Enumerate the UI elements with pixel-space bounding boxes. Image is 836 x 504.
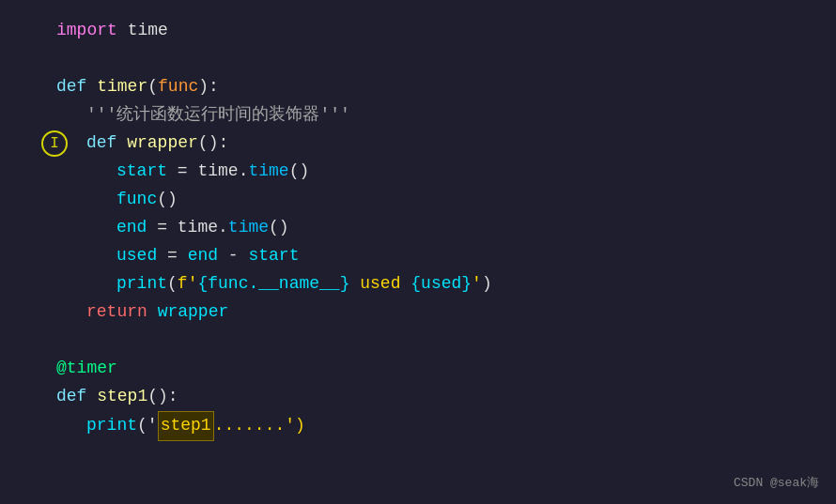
paren-step1: (): — [147, 383, 178, 411]
watermark: CSDN @seak海 — [734, 474, 819, 491]
fn-timer: timer — [97, 73, 147, 101]
paren-close-print-1: ) — [482, 270, 492, 298]
module-time-2: time — [197, 158, 238, 186]
op-eq-2: = — [147, 214, 177, 242]
cursor-circle: I — [41, 130, 68, 157]
fstring-end: ' — [472, 270, 482, 298]
method-time-2: time — [228, 214, 269, 242]
fn-print-1: print — [116, 270, 167, 298]
line-start: start = time . time () — [116, 158, 817, 186]
paren-open-1: ( — [147, 73, 158, 101]
keyword-def-2: def — [86, 130, 116, 158]
call-1: () — [289, 158, 310, 186]
docstring-text: '''统计函数运行时间的装饰器''' — [86, 101, 350, 130]
op-eq-1: = — [167, 158, 197, 186]
paren-print-1: ( — [167, 270, 178, 298]
line-def-wrapper: I def wrapper (): — [86, 130, 817, 158]
line-return: return wrapper — [86, 298, 817, 327]
line-decorator: @timer — [56, 355, 817, 383]
dot-1: . — [239, 158, 249, 186]
keyword-def-3: def — [56, 383, 86, 411]
fstring-used-var: {used} — [410, 270, 472, 298]
string-dots: .......') — [214, 412, 305, 440]
fn-step1: step1 — [97, 383, 147, 411]
var-start-2: start — [248, 242, 299, 270]
keyword-import: import — [56, 17, 117, 45]
line-docstring: '''统计函数运行时间的装饰器''' — [86, 101, 817, 130]
var-start: start — [116, 158, 167, 186]
var-func: func — [116, 186, 157, 214]
empty-line-1 — [56, 45, 817, 73]
line-import: import time — [56, 17, 817, 45]
var-wrapper-return: wrapper — [158, 298, 229, 327]
paren-open-step1: (' — [137, 412, 158, 440]
line-def-timer: def timer ( func ): — [56, 73, 817, 101]
line-func-call: func () — [116, 186, 817, 214]
paren-close-colon-1: ): — [198, 73, 219, 101]
code-content: import time def timer ( func ): '''统计函数运… — [56, 17, 817, 441]
module-time-3: time — [178, 214, 218, 242]
decorator-timer: @timer — [56, 355, 117, 383]
line-def-step1: def step1 (): — [56, 383, 817, 411]
var-used: used — [116, 242, 157, 270]
keyword-return: return — [86, 298, 147, 327]
fn-wrapper: wrapper — [127, 130, 198, 158]
paren-wrapper: (): — [198, 130, 228, 158]
fstring-used-text: used — [349, 270, 410, 298]
fstring-start: f' — [178, 270, 198, 298]
op-eq-3: = — [157, 242, 187, 270]
fn-print-2: print — [86, 412, 137, 440]
module-time: time — [128, 17, 168, 45]
dot-2: . — [218, 214, 228, 242]
cursor-char: I — [50, 131, 59, 156]
empty-line-2 — [56, 327, 817, 355]
line-used: used = end - start — [116, 242, 817, 270]
call-func: () — [157, 186, 178, 214]
method-time-1: time — [248, 158, 288, 186]
var-end-2: end — [188, 242, 218, 270]
line-end: end = time . time () — [116, 214, 817, 242]
call-2: () — [269, 214, 289, 242]
line-print-step1: print (' step1 .......') — [86, 411, 817, 441]
fstring-funcname: {func.__name__} — [197, 270, 349, 298]
op-minus: - — [218, 242, 248, 270]
line-print-fstring: print ( f' {func.__name__} used {used} '… — [116, 270, 817, 298]
param-func: func — [158, 73, 198, 101]
code-editor: import time def timer ( func ): '''统计函数运… — [0, 0, 836, 504]
var-end: end — [116, 214, 147, 242]
highlight-step1: step1 — [158, 411, 214, 441]
keyword-def-1: def — [56, 73, 86, 101]
